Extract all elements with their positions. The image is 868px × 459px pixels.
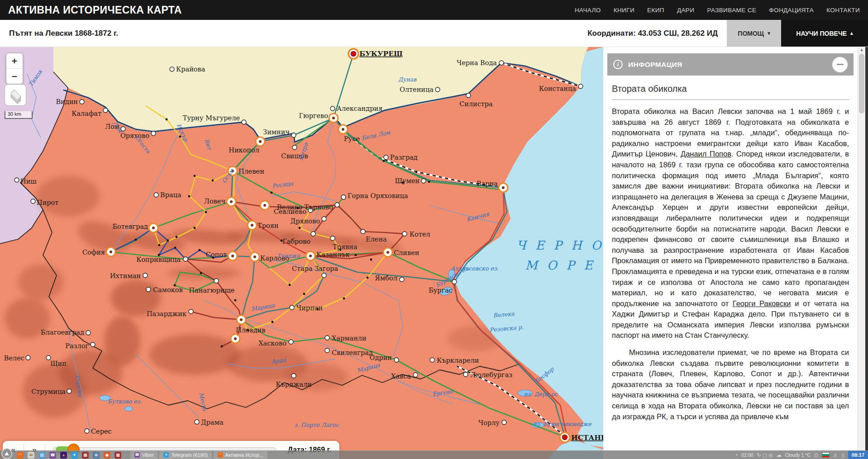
map-canvas[interactable]: БУКУРЕЩИСТАНБУЛСофияБотевградПлевенНикоп… xyxy=(0,47,603,459)
town-marker[interactable] xyxy=(214,279,219,283)
inline-link[interactable]: Данаил Попов xyxy=(681,150,731,158)
town-marker[interactable] xyxy=(499,61,504,65)
town-marker[interactable] xyxy=(292,145,297,150)
help-button[interactable]: ПОМОЩ ▾ xyxy=(727,20,781,47)
town-marker[interactable] xyxy=(291,374,296,378)
town-marker[interactable] xyxy=(26,355,30,360)
town-marker[interactable] xyxy=(183,257,188,261)
town-marker[interactable] xyxy=(91,342,95,347)
article-text: Втората обиколка на Васил Левски започва… xyxy=(612,106,849,422)
taskbar-window-telegram[interactable]: ✈Telegram (6180) xyxy=(159,451,211,459)
map-title: Пътят на Левски 1868-1872 г. xyxy=(0,29,118,38)
zoom-out-button[interactable]: − xyxy=(6,68,23,84)
town-marker[interactable] xyxy=(143,273,148,278)
nightly-icon[interactable]: ▲ xyxy=(60,452,67,459)
table-icon[interactable]: ▦ xyxy=(82,452,89,459)
town-marker[interactable] xyxy=(361,229,365,234)
taskbar-window-firefox[interactable]: ◠Активна Истор... xyxy=(214,451,267,459)
files-icon[interactable]: ▤ xyxy=(38,452,45,459)
weather-readout[interactable]: Cloudy 1 °C xyxy=(785,452,811,458)
town-marker[interactable] xyxy=(67,389,72,393)
table2-icon[interactable]: ▦ xyxy=(114,452,121,459)
town-marker[interactable] xyxy=(413,373,418,377)
town-marker[interactable] xyxy=(86,331,91,335)
city-label: Самоков xyxy=(153,286,183,293)
town-marker[interactable] xyxy=(400,277,404,282)
globe-icon[interactable]: ⊕ xyxy=(93,452,100,459)
scrollbar-thumb[interactable] xyxy=(859,54,864,114)
viber-icon[interactable]: ☎ xyxy=(49,452,56,459)
town-marker[interactable] xyxy=(195,420,199,424)
telegram-icon[interactable]: ✈ xyxy=(163,452,169,458)
nav-item[interactable]: ЕКИП xyxy=(647,7,664,14)
telegram-icon[interactable]: ✈ xyxy=(71,452,78,459)
town-marker[interactable] xyxy=(466,93,471,98)
village-dot xyxy=(289,284,291,286)
city-label: Пловдив xyxy=(236,327,266,334)
firefox-icon[interactable]: ◠ xyxy=(17,452,24,459)
taskbar-clock[interactable]: 08:17 xyxy=(848,451,868,459)
town-marker[interactable] xyxy=(291,133,296,137)
town-marker[interactable] xyxy=(103,108,108,113)
town-marker[interactable] xyxy=(463,372,468,377)
scroll-up-arrow[interactable]: ▲ xyxy=(858,47,865,52)
nav-item[interactable]: КОНТАКТИ xyxy=(826,7,860,14)
firefox-icon[interactable]: ◠ xyxy=(218,452,223,458)
river-label: Дунав xyxy=(398,76,417,83)
village-dot xyxy=(370,259,372,261)
town-marker[interactable] xyxy=(421,179,426,183)
town-marker[interactable] xyxy=(322,217,326,221)
town-marker[interactable] xyxy=(154,193,158,197)
town-marker[interactable] xyxy=(242,120,246,124)
town-marker[interactable] xyxy=(290,305,294,310)
collapse-panel-button[interactable] xyxy=(832,57,848,72)
inline-link[interactable]: Георги Раковски xyxy=(733,299,791,308)
layers-button[interactable] xyxy=(5,84,26,106)
town-marker[interactable] xyxy=(435,87,440,92)
town-marker[interactable] xyxy=(502,420,506,425)
city-label: Къркларели xyxy=(437,357,479,364)
learn-more-button[interactable]: НАУЧИ ПОВЕЧЕ ▴ xyxy=(781,20,868,47)
keyboard-layout-flag[interactable] xyxy=(822,452,830,458)
town-marker[interactable] xyxy=(335,203,339,207)
nav-item[interactable]: КНИГИ xyxy=(614,7,634,14)
town-marker[interactable] xyxy=(31,199,35,203)
zoom-in-button[interactable]: + xyxy=(6,53,23,68)
device-icon[interactable]: ▯ xyxy=(842,452,844,458)
town-marker[interactable] xyxy=(151,131,156,136)
page-scrollbar[interactable]: ▲ xyxy=(858,47,865,459)
nav-item[interactable]: НАЧАЛО xyxy=(575,7,601,14)
taskbar-window-viber[interactable]: ☎Viber xyxy=(130,451,157,459)
viber-icon[interactable]: ☎ xyxy=(134,452,140,458)
town-marker[interactable] xyxy=(189,309,193,314)
town-marker[interactable] xyxy=(330,106,335,111)
volume-icon[interactable]: ♬ xyxy=(833,452,838,458)
printer-icon[interactable]: ⎙ xyxy=(814,452,818,458)
nav-item[interactable]: РАЗВИВАМЕ СЕ xyxy=(707,7,756,14)
town-marker[interactable] xyxy=(341,195,346,199)
city-label: Елена xyxy=(366,236,387,243)
nav-item[interactable]: ФОНДАЦИЯТА xyxy=(769,7,814,14)
town-marker[interactable] xyxy=(330,236,335,241)
town-marker[interactable] xyxy=(85,429,89,433)
start-menu-button[interactable] xyxy=(1,448,12,459)
town-marker[interactable] xyxy=(325,348,329,353)
town-marker[interactable] xyxy=(289,340,293,344)
town-marker[interactable] xyxy=(46,355,51,360)
town-marker[interactable] xyxy=(394,358,399,362)
town-marker[interactable] xyxy=(80,99,84,104)
town-marker[interactable] xyxy=(430,358,434,362)
town-marker[interactable] xyxy=(402,232,407,236)
town-marker[interactable] xyxy=(578,84,583,89)
town-marker[interactable] xyxy=(14,178,19,182)
town-marker[interactable] xyxy=(322,273,326,278)
media-icon[interactable]: ◉ xyxy=(104,452,110,459)
town-marker[interactable] xyxy=(146,287,151,292)
mail-icon[interactable]: ✉ xyxy=(28,452,34,459)
town-marker[interactable] xyxy=(384,155,388,160)
town-marker[interactable] xyxy=(325,336,329,340)
nav-item[interactable]: ДАРИ xyxy=(677,7,694,14)
historical-map[interactable]: БУКУРЕЩИСТАНБУЛСофияБотевградПлевенНикоп… xyxy=(0,47,603,459)
town-marker[interactable] xyxy=(311,232,315,236)
town-marker[interactable] xyxy=(170,67,174,71)
